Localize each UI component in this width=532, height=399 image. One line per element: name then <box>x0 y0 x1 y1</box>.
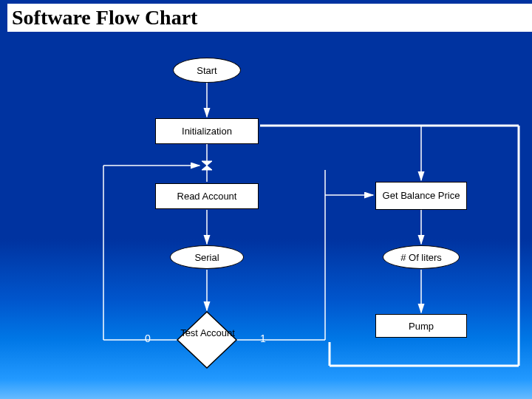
page-title: Software Flow Chart <box>7 4 532 32</box>
of-liters-node: # Of liters <box>383 245 460 269</box>
serial-node: Serial <box>170 245 244 269</box>
start-node: Start <box>173 58 241 83</box>
edge-label-0: 0 <box>145 332 151 344</box>
pump-node: Pump <box>375 314 467 338</box>
read-account-node: Read Account <box>155 183 259 209</box>
initialization-node: Initialization <box>155 118 259 144</box>
test-account-node: Test Account <box>178 327 237 338</box>
edge-label-1: 1 <box>260 332 266 344</box>
test-account-label: Test Account <box>180 327 235 338</box>
svg-marker-18 <box>177 312 236 368</box>
get-balance-node: Get Balance Price <box>375 182 467 210</box>
